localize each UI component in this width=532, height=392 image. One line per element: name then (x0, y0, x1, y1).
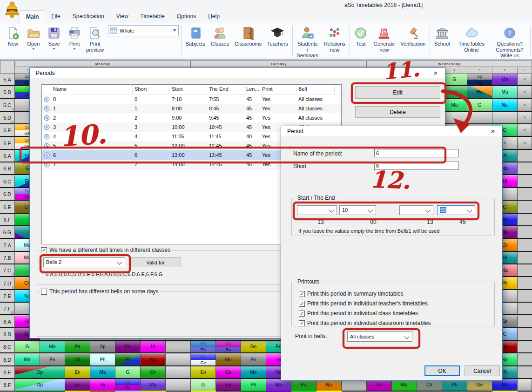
timetable-cell[interactable] (166, 354, 191, 366)
menu-specification[interactable]: Specification (67, 10, 110, 23)
toolbar-button-timetables[interactable]: TimeTablesOnline (456, 24, 487, 53)
timetable-cell[interactable]: Ge (467, 379, 492, 392)
class-row-label-5C[interactable]: 5.C6 (0, 99, 15, 112)
class-row-label-6G[interactable]: 6.G (0, 226, 15, 239)
timetable-cell[interactable]: En (65, 379, 90, 392)
period-row-0[interactable]: 007:107:5545YesAll classes (42, 95, 341, 104)
timetable-cell[interactable]: Ph (442, 379, 467, 392)
class-row-label-6D[interactable]: 6.D (0, 188, 15, 201)
timetable-cell[interactable]: Ma (492, 74, 518, 86)
menu-view[interactable]: View (110, 10, 135, 23)
close-icon[interactable]: × (430, 69, 442, 77)
class-row-label-6C[interactable]: 6.C (0, 176, 15, 188)
period-row-1[interactable]: 118:008:4545YesAll classes (42, 104, 341, 113)
toolbar-button-school[interactable]: School (431, 24, 453, 47)
printout-checkbox[interactable]: ✓ (299, 320, 305, 326)
timetable-cell[interactable]: En (40, 354, 65, 366)
class-row-label-8A[interactable]: 8.A (0, 316, 15, 328)
class-row-label-6F[interactable]: 6.F (0, 214, 15, 226)
class-row-label-8C[interactable]: 8.C (0, 341, 15, 353)
timetable-cell[interactable]: G (15, 341, 40, 353)
timetable-cell[interactable]: Hi (90, 379, 115, 392)
timetable-cell[interactable]: Sp (90, 341, 115, 353)
class-row-label-6E[interactable]: 6.E (0, 201, 15, 214)
toolbar-button-print[interactable]: Print (64, 24, 85, 53)
toolbar-button-relations[interactable]: Relationsnew (321, 24, 348, 53)
header-icon-column[interactable] (42, 85, 51, 94)
timetable-cell[interactable]: Mu (492, 86, 518, 99)
timetable-cell[interactable] (518, 379, 532, 392)
timetable-cell[interactable]: × (518, 137, 532, 150)
class-row-label-5E[interactable]: 5.E (0, 124, 15, 137)
timetable-cell[interactable] (342, 379, 367, 392)
timetable-cell[interactable]: Op (15, 366, 65, 379)
dropdown-caret-icon[interactable] (73, 48, 76, 50)
dropdown-caret-icon[interactable] (32, 48, 35, 50)
timetable-cell[interactable]: En (191, 366, 216, 379)
timetable-cell[interactable]: En (367, 379, 392, 392)
timetable-cell[interactable]: × (518, 74, 532, 86)
class-row-label-8F[interactable]: 8.F (0, 379, 15, 392)
menu-help[interactable]: Help (202, 10, 226, 23)
view-select-combo[interactable]: Whole (108, 25, 179, 36)
printout-checkbox[interactable]: ✓ (299, 291, 305, 297)
toolbar-button-generate[interactable]: Generatenew (370, 24, 397, 53)
timetable-cell[interactable]: Na (492, 99, 518, 112)
class-row-label-8B[interactable]: 8.B (0, 328, 15, 341)
timetable-cell[interactable]: Mu (216, 354, 241, 366)
column-header-Bell[interactable]: Bell (296, 85, 335, 94)
timetable-cell[interactable]: Na (141, 354, 166, 366)
menu-timetable[interactable]: Timetable (135, 10, 171, 23)
timetable-cell[interactable]: Ch (141, 366, 166, 379)
dropdown-caret-icon[interactable] (53, 48, 55, 50)
timetable-cell[interactable]: Ch (65, 354, 90, 366)
toolbar-button-students[interactable]: Students /Seminars (294, 24, 321, 59)
toolbar-button-test[interactable]: Test (351, 24, 370, 47)
timetable-cell[interactable]: Ma (392, 379, 417, 392)
class-row-label-7C[interactable]: 7.C3 (0, 264, 15, 277)
timetable-cell[interactable]: Ph (90, 354, 115, 366)
toolbar-button-save[interactable]: Save (44, 24, 64, 53)
different-bells-checkbox[interactable]: ✓ (41, 247, 47, 253)
class-row-label-7B[interactable]: 7.B (0, 252, 15, 264)
cancel-button[interactable]: Cancel (465, 365, 500, 376)
timetable-cell[interactable]: En (115, 341, 141, 353)
printout-checkbox[interactable]: ✓ (299, 301, 305, 307)
column-header-Len...[interactable]: Len... (244, 85, 260, 94)
timetable-cell[interactable]: Ma (90, 366, 115, 379)
class-row-label-5A[interactable]: 5.A (0, 74, 15, 86)
toolbar-button-subjects[interactable]: Subjects (183, 24, 208, 47)
column-header-Print[interactable]: Print (260, 85, 296, 94)
valid-for-button[interactable]: Valid for (130, 257, 181, 267)
timetable-cell[interactable]: Ma (141, 379, 166, 392)
timetable-cell[interactable]: Et (115, 354, 141, 366)
timetable-cell[interactable]: × (518, 112, 532, 124)
timetable-cell[interactable]: En (65, 366, 90, 379)
different-days-checkbox[interactable] (41, 289, 47, 295)
class-row-label-5F[interactable]: 5.F (0, 137, 15, 150)
menu-file[interactable]: File (45, 10, 66, 23)
toolbar-button-classes[interactable]: Classes (208, 24, 232, 47)
timetable-cell[interactable] (492, 112, 518, 124)
timetable-cell[interactable]: Ma (15, 354, 40, 366)
chevron-down-icon[interactable] (170, 26, 178, 35)
timetable-cell[interactable]: En (216, 379, 241, 392)
timetable-cell[interactable]: SpGe (191, 354, 216, 366)
toolbar-button-questions[interactable]: ?Questions?Comments? Write us (491, 24, 529, 59)
class-row-label-7A[interactable]: 7.A (0, 239, 15, 252)
column-header-The End[interactable]: The End (207, 85, 244, 94)
menu-options[interactable]: Options (171, 10, 202, 23)
timetable-cell[interactable] (166, 341, 191, 353)
delete-button[interactable]: Delete (355, 106, 440, 118)
timetable-cell[interactable]: Ma (40, 341, 65, 353)
printout-checkbox[interactable]: ✓ (299, 311, 305, 317)
timetable-cell[interactable]: GeRu (216, 341, 241, 353)
timetable-cell[interactable]: Ch (417, 379, 442, 392)
class-row-label-6B[interactable]: 6.B (0, 162, 15, 175)
timetable-cell[interactable]: Pa (65, 341, 90, 353)
ok-button[interactable]: OK (424, 365, 460, 376)
class-row-label-6A[interactable]: 6.A (0, 150, 15, 162)
timetable-cell[interactable]: × (518, 99, 532, 112)
column-header-Name[interactable]: Name (51, 85, 133, 94)
timetable-cell[interactable] (166, 379, 191, 392)
